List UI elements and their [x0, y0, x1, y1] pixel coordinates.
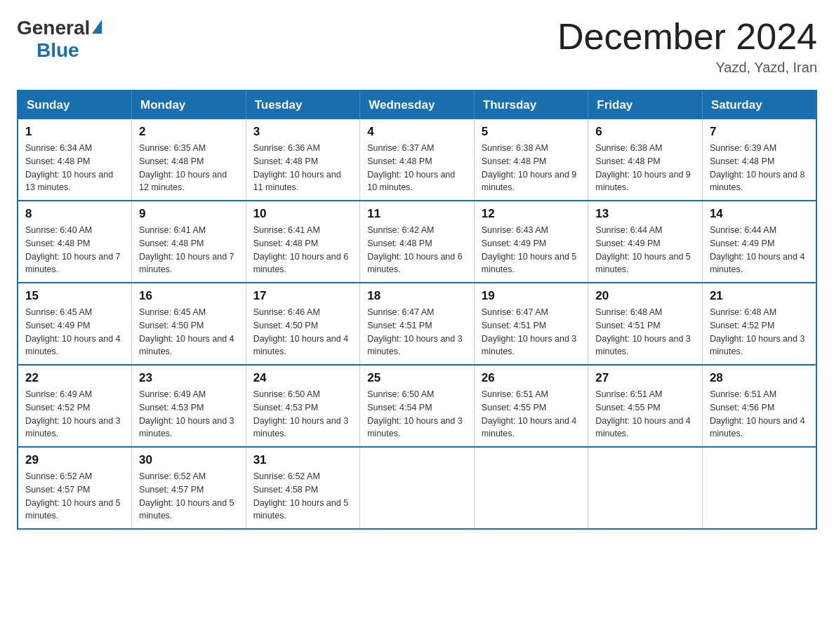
day-info: Sunrise: 6:50 AM Sunset: 4:53 PM Dayligh…	[253, 388, 353, 441]
table-row: 9 Sunrise: 6:41 AM Sunset: 4:48 PM Dayli…	[132, 201, 246, 283]
table-row: 10 Sunrise: 6:41 AM Sunset: 4:48 PM Dayl…	[246, 201, 360, 283]
day-info: Sunrise: 6:52 AM Sunset: 4:57 PM Dayligh…	[139, 470, 239, 523]
table-row: 11 Sunrise: 6:42 AM Sunset: 4:48 PM Dayl…	[360, 201, 475, 283]
day-number: 11	[367, 207, 467, 221]
table-row: 1 Sunrise: 6:34 AM Sunset: 4:48 PM Dayli…	[18, 119, 132, 201]
table-row	[360, 447, 475, 529]
day-info: Sunrise: 6:44 AM Sunset: 4:49 PM Dayligh…	[710, 224, 809, 276]
day-number: 12	[482, 207, 581, 221]
day-number: 19	[482, 289, 581, 303]
day-number: 27	[595, 371, 695, 385]
logo-blue-text: Blue	[37, 39, 79, 62]
table-row: 27 Sunrise: 6:51 AM Sunset: 4:55 PM Dayl…	[588, 365, 703, 447]
day-info: Sunrise: 6:51 AM Sunset: 4:55 PM Dayligh…	[482, 388, 581, 441]
table-row: 29 Sunrise: 6:52 AM Sunset: 4:57 PM Dayl…	[18, 447, 132, 529]
title-section: December 2024 Yazd, Yazd, Iran	[557, 17, 817, 76]
day-number: 4	[367, 125, 467, 139]
table-row: 20 Sunrise: 6:48 AM Sunset: 4:51 PM Dayl…	[588, 283, 703, 365]
table-row: 12 Sunrise: 6:43 AM Sunset: 4:49 PM Dayl…	[474, 201, 588, 283]
month-title: December 2024	[557, 17, 817, 57]
day-number: 17	[253, 289, 353, 303]
day-number: 8	[25, 207, 124, 221]
day-info: Sunrise: 6:40 AM Sunset: 4:48 PM Dayligh…	[25, 224, 124, 276]
logo-triangle-icon	[92, 20, 102, 34]
day-info: Sunrise: 6:52 AM Sunset: 4:58 PM Dayligh…	[253, 470, 353, 523]
day-info: Sunrise: 6:35 AM Sunset: 4:48 PM Dayligh…	[139, 142, 239, 194]
table-row: 8 Sunrise: 6:40 AM Sunset: 4:48 PM Dayli…	[18, 201, 132, 283]
day-info: Sunrise: 6:41 AM Sunset: 4:48 PM Dayligh…	[253, 224, 353, 276]
day-number: 5	[482, 125, 581, 139]
day-number: 6	[595, 125, 695, 139]
day-number: 9	[139, 207, 239, 221]
calendar-week-row: 1 Sunrise: 6:34 AM Sunset: 4:48 PM Dayli…	[18, 119, 816, 201]
day-info: Sunrise: 6:45 AM Sunset: 4:49 PM Dayligh…	[25, 306, 124, 358]
calendar-header-row: Sunday Monday Tuesday Wednesday Thursday…	[18, 90, 816, 119]
day-number: 2	[139, 125, 239, 139]
col-monday: Monday	[132, 90, 246, 119]
page-header: General Blue December 2024 Yazd, Yazd, I…	[17, 17, 817, 76]
day-number: 31	[253, 453, 353, 467]
day-number: 29	[25, 453, 124, 467]
day-info: Sunrise: 6:43 AM Sunset: 4:49 PM Dayligh…	[482, 224, 581, 276]
col-friday: Friday	[588, 90, 703, 119]
table-row: 26 Sunrise: 6:51 AM Sunset: 4:55 PM Dayl…	[474, 365, 588, 447]
table-row	[474, 447, 588, 529]
day-info: Sunrise: 6:47 AM Sunset: 4:51 PM Dayligh…	[482, 306, 581, 358]
day-number: 30	[139, 453, 239, 467]
day-info: Sunrise: 6:48 AM Sunset: 4:51 PM Dayligh…	[595, 306, 695, 358]
calendar-week-row: 8 Sunrise: 6:40 AM Sunset: 4:48 PM Dayli…	[18, 201, 816, 283]
day-info: Sunrise: 6:42 AM Sunset: 4:48 PM Dayligh…	[367, 224, 467, 276]
day-number: 10	[253, 207, 353, 221]
calendar-week-row: 22 Sunrise: 6:49 AM Sunset: 4:52 PM Dayl…	[18, 365, 816, 447]
table-row: 14 Sunrise: 6:44 AM Sunset: 4:49 PM Dayl…	[702, 201, 816, 283]
table-row: 21 Sunrise: 6:48 AM Sunset: 4:52 PM Dayl…	[702, 283, 816, 365]
day-info: Sunrise: 6:51 AM Sunset: 4:56 PM Dayligh…	[710, 388, 809, 441]
day-number: 1	[25, 125, 124, 139]
day-number: 3	[253, 125, 353, 139]
table-row	[702, 447, 816, 529]
day-info: Sunrise: 6:49 AM Sunset: 4:53 PM Dayligh…	[139, 388, 239, 441]
day-number: 24	[253, 371, 353, 385]
day-info: Sunrise: 6:52 AM Sunset: 4:57 PM Dayligh…	[25, 470, 124, 523]
day-info: Sunrise: 6:46 AM Sunset: 4:50 PM Dayligh…	[253, 306, 353, 358]
table-row: 25 Sunrise: 6:50 AM Sunset: 4:54 PM Dayl…	[360, 365, 475, 447]
calendar-week-row: 15 Sunrise: 6:45 AM Sunset: 4:49 PM Dayl…	[18, 283, 816, 365]
col-wednesday: Wednesday	[360, 90, 475, 119]
day-number: 13	[595, 207, 695, 221]
day-number: 7	[710, 125, 809, 139]
table-row: 24 Sunrise: 6:50 AM Sunset: 4:53 PM Dayl…	[246, 365, 360, 447]
table-row: 19 Sunrise: 6:47 AM Sunset: 4:51 PM Dayl…	[474, 283, 588, 365]
table-row: 31 Sunrise: 6:52 AM Sunset: 4:58 PM Dayl…	[246, 447, 360, 529]
day-info: Sunrise: 6:36 AM Sunset: 4:48 PM Dayligh…	[253, 142, 353, 194]
table-row: 15 Sunrise: 6:45 AM Sunset: 4:49 PM Dayl…	[18, 283, 132, 365]
table-row: 5 Sunrise: 6:38 AM Sunset: 4:48 PM Dayli…	[474, 119, 588, 201]
day-info: Sunrise: 6:37 AM Sunset: 4:48 PM Dayligh…	[367, 142, 467, 194]
day-number: 14	[710, 207, 809, 221]
table-row: 7 Sunrise: 6:39 AM Sunset: 4:48 PM Dayli…	[702, 119, 816, 201]
day-number: 22	[25, 371, 124, 385]
location-text: Yazd, Yazd, Iran	[557, 60, 817, 76]
day-number: 15	[25, 289, 124, 303]
day-info: Sunrise: 6:45 AM Sunset: 4:50 PM Dayligh…	[139, 306, 239, 358]
table-row: 23 Sunrise: 6:49 AM Sunset: 4:53 PM Dayl…	[132, 365, 246, 447]
day-info: Sunrise: 6:34 AM Sunset: 4:48 PM Dayligh…	[25, 142, 124, 194]
calendar-week-row: 29 Sunrise: 6:52 AM Sunset: 4:57 PM Dayl…	[18, 447, 816, 529]
day-info: Sunrise: 6:51 AM Sunset: 4:55 PM Dayligh…	[595, 388, 695, 441]
table-row: 16 Sunrise: 6:45 AM Sunset: 4:50 PM Dayl…	[132, 283, 246, 365]
day-info: Sunrise: 6:50 AM Sunset: 4:54 PM Dayligh…	[367, 388, 467, 441]
day-number: 16	[139, 289, 239, 303]
table-row: 30 Sunrise: 6:52 AM Sunset: 4:57 PM Dayl…	[132, 447, 246, 529]
table-row: 6 Sunrise: 6:38 AM Sunset: 4:48 PM Dayli…	[588, 119, 703, 201]
col-sunday: Sunday	[18, 90, 132, 119]
day-info: Sunrise: 6:49 AM Sunset: 4:52 PM Dayligh…	[25, 388, 124, 441]
table-row: 22 Sunrise: 6:49 AM Sunset: 4:52 PM Dayl…	[18, 365, 132, 447]
day-number: 28	[710, 371, 809, 385]
day-number: 21	[710, 289, 809, 303]
day-number: 23	[139, 371, 239, 385]
day-info: Sunrise: 6:48 AM Sunset: 4:52 PM Dayligh…	[710, 306, 809, 358]
calendar-table: Sunday Monday Tuesday Wednesday Thursday…	[17, 90, 817, 530]
table-row: 13 Sunrise: 6:44 AM Sunset: 4:49 PM Dayl…	[588, 201, 703, 283]
day-info: Sunrise: 6:38 AM Sunset: 4:48 PM Dayligh…	[595, 142, 695, 194]
table-row: 17 Sunrise: 6:46 AM Sunset: 4:50 PM Dayl…	[246, 283, 360, 365]
col-tuesday: Tuesday	[246, 90, 360, 119]
